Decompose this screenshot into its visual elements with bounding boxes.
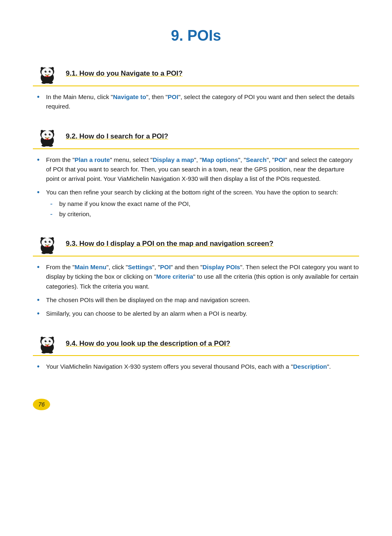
section-title-s92: 9.2. How do I search for a POI? [66, 131, 168, 142]
link-text: Search [246, 156, 267, 163]
svg-point-53 [46, 340, 46, 341]
section-body-s94: Your ViaMichelin Navigation X-930 system… [33, 362, 359, 371]
section-body-s92: From the "Plan a route" menu, select "Di… [33, 155, 359, 219]
list-item: Your ViaMichelin Navigation X-930 system… [37, 362, 359, 371]
svg-point-38 [46, 241, 46, 242]
body-text: ", " [194, 156, 202, 163]
mascot-icon [33, 63, 62, 84]
body-text: Your ViaMichelin Navigation X-930 system… [46, 363, 293, 370]
list-item: The chosen POIs will then be displayed o… [37, 295, 359, 305]
svg-point-36 [45, 241, 47, 243]
svg-point-6 [45, 71, 47, 73]
page-number-badge: 76 [33, 386, 359, 410]
svg-point-58 [48, 351, 53, 353]
body-text: From the " [46, 156, 75, 163]
body-text: ", " [238, 156, 246, 163]
section-title-s91: 9.1. How do you Navigate to a POI? [66, 68, 182, 79]
body-text: From the " [46, 263, 75, 270]
section-header-s94: 9.4. How do you look up the description … [33, 333, 359, 356]
page-title: 9. POIs [33, 25, 359, 47]
svg-point-25 [41, 130, 43, 132]
sub-list-item: by criterion, [50, 209, 359, 219]
body-text: In the Main Menu, click " [46, 93, 113, 100]
svg-point-56 [51, 337, 54, 339]
section-header-s93: 9.3. How do I display a POI on the map a… [33, 233, 359, 256]
body-text: The chosen POIs will then be displayed o… [46, 296, 250, 303]
mascot-icon [33, 333, 62, 353]
bullet-list: From the "Main Menu", click "Settings", … [37, 262, 359, 318]
svg-point-14 [46, 76, 48, 77]
link-text: Display POIs [203, 263, 240, 270]
section-title-s93: 9.3. How do I display a POI on the map a… [66, 238, 273, 249]
svg-point-52 [49, 340, 51, 342]
svg-point-23 [46, 134, 46, 134]
link-text: Plan a route [75, 156, 110, 163]
body-text: " and then " [171, 263, 202, 270]
svg-point-28 [48, 144, 53, 147]
body-text: You can then refine your search by click… [46, 189, 338, 196]
section-title-s94: 9.4. How do you look up the description … [66, 338, 230, 349]
list-item: In the Main Menu, click "Navigate to", t… [37, 92, 359, 111]
bullet-list: Your ViaMichelin Navigation X-930 system… [37, 362, 359, 371]
link-text: More criteria [156, 273, 193, 280]
list-item: From the "Plan a route" menu, select "Di… [37, 155, 359, 184]
svg-point-44 [46, 246, 48, 247]
sub-list: by name if you know the exact name of th… [46, 199, 359, 219]
section-header-s91: 9.1. How do you Navigate to a POI? [33, 63, 359, 86]
mascot-icon [33, 233, 62, 254]
section-body-s91: In the Main Menu, click "Navigate to", t… [33, 92, 359, 111]
link-text: Navigate to [113, 93, 146, 100]
svg-point-39 [50, 241, 51, 242]
link-text: POI [274, 156, 285, 163]
section-header-s92: 9.2. How do I search for a POI? [33, 126, 359, 149]
svg-point-29 [46, 138, 48, 140]
link-text: POI [168, 93, 178, 100]
bullet-list: From the "Plan a route" menu, select "Di… [37, 155, 359, 219]
body-text: ", " [267, 156, 274, 163]
body-text: ", click " [106, 263, 128, 270]
list-item: Similarly, you can choose to be alerted … [37, 309, 359, 318]
svg-point-40 [41, 237, 43, 240]
bullet-list: In the Main Menu, click "Navigate to", t… [37, 92, 359, 111]
body-text: Similarly, you can choose to be alerted … [46, 310, 247, 317]
svg-point-12 [42, 81, 46, 84]
svg-point-24 [50, 134, 51, 134]
svg-point-59 [46, 345, 48, 347]
svg-point-7 [49, 71, 51, 73]
svg-point-21 [45, 133, 47, 135]
link-text: Main Menu [75, 263, 107, 270]
svg-point-55 [41, 337, 43, 339]
svg-point-42 [42, 252, 46, 254]
svg-point-41 [51, 237, 54, 240]
body-text: ", then " [146, 93, 168, 100]
svg-point-51 [45, 340, 47, 342]
svg-point-27 [42, 144, 46, 147]
svg-point-26 [51, 130, 54, 132]
link-text: Map options [202, 156, 238, 163]
link-text: Display a map [152, 156, 194, 163]
svg-point-13 [48, 81, 53, 84]
section-body-s93: From the "Main Menu", click "Settings", … [33, 262, 359, 318]
link-text: POI [160, 263, 171, 270]
body-text: " menu, select " [110, 156, 152, 163]
sub-list-item: by name if you know the exact name of th… [50, 199, 359, 208]
section-s94: 9.4. How do you look up the description … [33, 333, 359, 371]
svg-point-10 [41, 67, 43, 69]
section-s91: 9.1. How do you Navigate to a POI?In the… [33, 63, 359, 111]
link-text: Description [293, 363, 327, 370]
svg-point-43 [48, 252, 53, 254]
svg-point-54 [50, 340, 51, 341]
body-text: ", " [152, 263, 160, 270]
link-text: Settings [128, 263, 152, 270]
mascot-icon [33, 126, 62, 147]
section-s93: 9.3. How do I display a POI on the map a… [33, 233, 359, 318]
body-text: ". [327, 363, 331, 370]
list-item: You can then refine your search by click… [37, 187, 359, 219]
svg-point-22 [49, 133, 51, 135]
list-item: From the "Main Menu", click "Settings", … [37, 262, 359, 291]
svg-point-11 [51, 67, 54, 69]
section-s92: 9.2. How do I search for a POI?From the … [33, 126, 359, 219]
svg-point-37 [49, 241, 51, 243]
svg-point-57 [42, 351, 46, 353]
svg-point-9 [50, 71, 51, 72]
